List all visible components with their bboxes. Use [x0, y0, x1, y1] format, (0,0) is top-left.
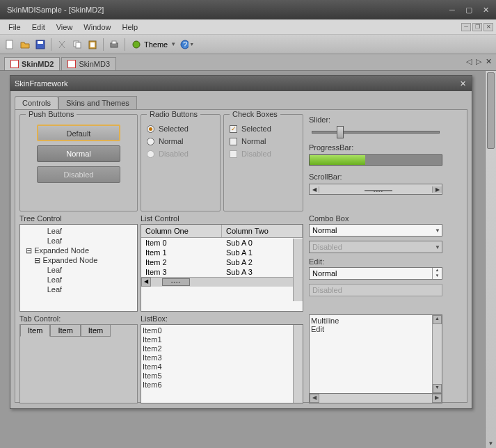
checkbox-disabled: Disabled: [230, 150, 297, 158]
child-titlebar: SkinFramework ✕: [10, 76, 472, 91]
doctab-skinmd2[interactable]: SkinMD2: [4, 57, 60, 70]
multiline-hscrollbar[interactable]: ◀ ▶: [309, 394, 442, 403]
tab-item[interactable]: Item: [81, 324, 111, 337]
normal-button[interactable]: Normal: [37, 145, 120, 162]
tab-close-icon[interactable]: ✕: [486, 57, 492, 66]
slider[interactable]: [312, 131, 440, 134]
slider-thumb[interactable]: [337, 126, 344, 138]
listbox[interactable]: Item0 Item1 Item2 Item3 Item4 Item5 Item…: [141, 324, 303, 403]
mdi-close-button[interactable]: ✕: [483, 23, 493, 31]
list-vertical-scrollbar[interactable]: [293, 239, 303, 301]
mdi-minimize-button[interactable]: ─: [461, 23, 471, 31]
cut-icon[interactable]: [55, 38, 69, 51]
default-button[interactable]: Default: [37, 125, 120, 141]
checkbox-selected[interactable]: ✓Selected: [230, 125, 297, 133]
listbox-item[interactable]: Item1: [143, 335, 293, 344]
tab-prev-icon[interactable]: ◁: [466, 57, 472, 66]
menu-help[interactable]: Help: [116, 22, 143, 33]
tab-item[interactable]: Item: [20, 324, 50, 337]
menu-window[interactable]: Window: [78, 22, 116, 33]
list-row[interactable]: Item 1Sub A 1: [141, 248, 303, 257]
multiline-vscrollbar[interactable]: ▲ ▼: [432, 315, 442, 393]
tab-skins-themes[interactable]: Skins and Themes: [58, 96, 137, 109]
edit-spinner[interactable]: Normal▲▼: [309, 267, 442, 280]
toolbar: Theme ▼ ?▼: [0, 35, 496, 54]
copy-icon[interactable]: [70, 38, 84, 51]
scroll-down-icon[interactable]: ▼: [486, 438, 496, 448]
new-icon[interactable]: [3, 38, 17, 51]
open-icon[interactable]: [18, 38, 32, 51]
minimize-button[interactable]: ─: [446, 5, 458, 15]
listbox-scrollbar[interactable]: [293, 325, 303, 403]
scroll-right-icon[interactable]: ▶: [432, 394, 442, 403]
tree-item[interactable]: Leaf: [22, 236, 136, 246]
listbox-item[interactable]: Item0: [143, 326, 293, 335]
tab-controls[interactable]: Controls: [15, 96, 58, 109]
radio-normal[interactable]: Normal: [147, 137, 214, 145]
theme-selector[interactable]: Theme ▼: [129, 38, 179, 51]
list-row[interactable]: Item 3Sub A 3: [141, 267, 303, 277]
toolbar-separator: [125, 38, 125, 51]
radio-selected[interactable]: Selected: [147, 125, 214, 133]
spin-up-icon[interactable]: ▲: [432, 268, 442, 273]
vertical-scrollbar[interactable]: ▼: [485, 71, 496, 448]
tree-item[interactable]: ⊟ Expanded Node: [22, 255, 136, 265]
multiline-text: Edit: [311, 325, 432, 333]
window-title: SkinMDISample - [SkinMD2]: [7, 6, 446, 14]
document-tabstrip: SkinMD2 SkinMD3 ◁ ▷ ✕: [0, 54, 496, 71]
list-row[interactable]: Item 2Sub A 2: [141, 257, 303, 267]
paste-icon[interactable]: [86, 38, 99, 51]
tab-control-section: Tab Control: Item Item Item: [19, 314, 138, 403]
tab-item[interactable]: Item: [50, 324, 80, 337]
scroll-left-icon[interactable]: ◀: [310, 186, 319, 193]
checkbox-normal[interactable]: Normal: [230, 137, 297, 145]
save-icon[interactable]: [33, 38, 47, 51]
scroll-right-icon[interactable]: ▶: [432, 186, 442, 193]
multiline-edit[interactable]: Multiline Edit ▲ ▼: [309, 314, 442, 394]
menu-edit[interactable]: Edit: [26, 22, 51, 33]
scrollbar-thumb[interactable]: ••••: [365, 190, 392, 191]
progressbar: [309, 154, 442, 166]
scrollbar-thumb[interactable]: ••••: [162, 278, 190, 286]
menubar: File Edit View Window Help ─ ❐ ✕: [0, 19, 496, 35]
listbox-item[interactable]: Item6: [143, 381, 293, 390]
menu-view[interactable]: View: [51, 22, 79, 33]
spin-down-icon[interactable]: ▼: [432, 273, 442, 279]
tree-item[interactable]: Leaf: [22, 265, 136, 275]
menu-file[interactable]: File: [3, 22, 26, 33]
combo-box[interactable]: Normal▼: [309, 224, 442, 237]
tree-item[interactable]: ⊟ Expanded Node: [22, 246, 136, 255]
scroll-left-icon[interactable]: ◀: [141, 278, 151, 287]
print-icon[interactable]: [107, 38, 121, 51]
scroll-left-icon[interactable]: ◀: [310, 394, 319, 403]
listbox-item[interactable]: Item3: [143, 353, 293, 362]
child-close-button[interactable]: ✕: [458, 79, 467, 88]
close-button[interactable]: ✕: [479, 5, 492, 15]
listbox-item[interactable]: Item2: [143, 344, 293, 353]
column-header[interactable]: Column One: [141, 225, 222, 237]
mdi-client-area: ▼ SkinFramework ✕ Controls Skins and The…: [0, 71, 496, 448]
scrollbar-thumb[interactable]: [487, 72, 495, 149]
tree-item[interactable]: Leaf: [22, 226, 136, 236]
scroll-down-icon[interactable]: ▼: [433, 384, 442, 393]
doctab-skinmd3[interactable]: SkinMD3: [61, 57, 116, 70]
maximize-button[interactable]: ▢: [463, 5, 475, 15]
list-control[interactable]: Column One Column Two Item 0Sub A 0 Item…: [141, 224, 303, 312]
scroll-up-icon[interactable]: ▲: [433, 315, 442, 324]
tree-item[interactable]: Leaf: [22, 285, 136, 294]
listbox-item[interactable]: Item5: [143, 371, 293, 381]
mdi-restore-button[interactable]: ❐: [472, 23, 482, 31]
list-horizontal-scrollbar[interactable]: ◀ •••• ▶: [141, 277, 303, 287]
list-row[interactable]: Item 0Sub A 0: [141, 238, 303, 248]
tree-item[interactable]: Leaf: [22, 275, 136, 285]
tab-next-icon[interactable]: ▷: [476, 57, 481, 66]
window-titlebar: SkinMDISample - [SkinMD2] ─ ▢ ✕: [0, 0, 496, 19]
column-header[interactable]: Column Two: [222, 225, 303, 237]
tree-control[interactable]: Leaf Leaf ⊟ Expanded Node ⊟ Expanded Nod…: [19, 224, 138, 312]
help-icon[interactable]: ?▼: [180, 38, 194, 51]
inner-tabstrip: Controls Skins and Themes: [10, 94, 472, 109]
horizontal-scrollbar[interactable]: ◀ •••• ▶: [309, 184, 442, 195]
svg-rect-8: [112, 41, 116, 44]
listbox-item[interactable]: Item4: [143, 362, 293, 371]
tree-label: Tree Control: [19, 214, 138, 223]
